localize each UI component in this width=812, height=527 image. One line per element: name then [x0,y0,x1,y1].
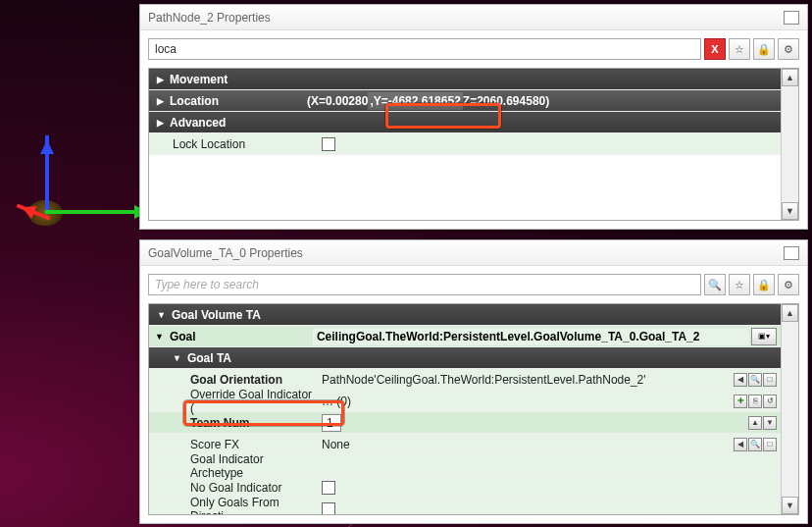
properties-panel-pathnode: PathNode_2 Properties X ☆ 🔒 ⚙ ▶Movement … [139,4,808,230]
undo-icon[interactable]: ↺ [763,395,777,408]
collapse-icon: ▼ [157,310,166,320]
no-goal-indicator-checkbox[interactable] [322,481,335,495]
search-button[interactable]: 🔍 [704,274,726,295]
search-row: 🔍 ☆ 🔒 ⚙ [140,266,807,303]
scrollbar[interactable]: ▲▼ [781,304,798,514]
maximize-icon[interactable] [784,11,799,25]
favorite-button[interactable]: ☆ [729,38,750,60]
find-icon[interactable]: 🔍 [748,438,762,451]
search-row: X ☆ 🔒 ⚙ [140,30,807,68]
search-input[interactable] [148,274,701,295]
settings-button[interactable]: ⚙ [778,38,799,60]
lock-button[interactable]: 🔒 [753,274,775,295]
scrollbar[interactable]: ▲▼ [781,69,798,220]
panel-titlebar[interactable]: PathNode_2 Properties [140,5,807,30]
axis-x[interactable] [45,210,153,214]
properties-panel-goalvolume: GoalVolume_TA_0 Properties 🔍 ☆ 🔒 ⚙ ▼Goal… [139,239,808,524]
property-list: ▼Goal Volume TA ▼ Goal CeilingGoal.TheWo… [148,303,799,515]
use-icon[interactable]: □ [763,438,777,451]
search-input[interactable] [148,38,701,60]
only-goals-checkbox[interactable] [322,502,335,516]
category-location[interactable]: ▶ Location (X=0.00280 ,Y=-4682.618652 Z=… [149,90,798,112]
maximize-icon[interactable] [784,246,799,260]
settings-button[interactable]: ⚙ [778,274,799,295]
collapse-icon: ▼ [173,353,181,363]
duplicate-icon[interactable]: ⎘ [748,395,762,408]
expand-icon: ▶ [157,75,164,84]
location-y: ,Y=-4682.618652 [368,92,462,110]
property-list: ▶Movement ▶ Location (X=0.00280 ,Y=-4682… [148,68,799,221]
find-icon[interactable]: 🔍 [748,373,762,387]
scroll-down-icon[interactable]: ▼ [782,497,798,514]
team-num-input[interactable]: 1 [322,414,341,432]
scroll-up-icon[interactable]: ▲ [782,304,798,322]
panel-title: GoalVolume_TA_0 Properties [148,246,303,260]
lock-location-checkbox[interactable] [322,137,335,151]
goal-dropdown-button[interactable]: ▣▾ [751,328,777,345]
category-movement[interactable]: ▶Movement [149,69,798,90]
axis-z[interactable] [45,135,49,212]
category-goal-volume-ta[interactable]: ▼Goal Volume TA [149,304,798,326]
panel-titlebar[interactable]: GoalVolume_TA_0 Properties [140,240,807,266]
scroll-down-icon[interactable]: ▼ [782,202,798,220]
panel-title: PathNode_2 Properties [148,11,271,25]
prop-team-num: Team Num 1 ▲▼ [149,412,798,434]
axis-gizmo[interactable] [24,135,141,253]
collapse-icon: ▼ [155,332,164,342]
add-icon[interactable]: ✚ [734,395,747,408]
prop-only-goals-from-direction: Only Goals From Directi [149,499,798,515]
use-icon[interactable]: □ [763,373,777,387]
lock-button[interactable]: 🔒 [753,38,775,60]
goal-value[interactable]: CeilingGoal.TheWorld:PersistentLevel.Goa… [313,328,749,345]
back-icon[interactable]: ◀ [734,438,747,451]
prop-override-goal-indicator: Override Goal Indicator ( … (0) ✚⎘↺ [149,391,798,412]
category-advanced[interactable]: ▶Advanced [149,112,798,133]
prop-goal[interactable]: ▼ Goal CeilingGoal.TheWorld:PersistentLe… [149,326,798,347]
prop-goal-indicator-archetype: Goal Indicator Archetype [149,455,798,477]
expand-icon: ▶ [157,96,164,106]
clear-search-button[interactable]: X [704,38,726,60]
spin-down-icon[interactable]: ▼ [763,416,777,430]
spin-up-icon[interactable]: ▲ [748,416,762,430]
category-goal-ta[interactable]: ▼Goal TA [149,347,798,369]
location-x: (X=0.00280 [307,94,368,108]
expand-icon: ▶ [157,118,164,128]
location-z: Z=2060.694580) [463,94,549,108]
back-icon[interactable]: ◀ [734,373,747,387]
scroll-up-icon[interactable]: ▲ [782,69,798,86]
prop-lock-location: Lock Location [149,133,798,155]
favorite-button[interactable]: ☆ [729,274,750,295]
